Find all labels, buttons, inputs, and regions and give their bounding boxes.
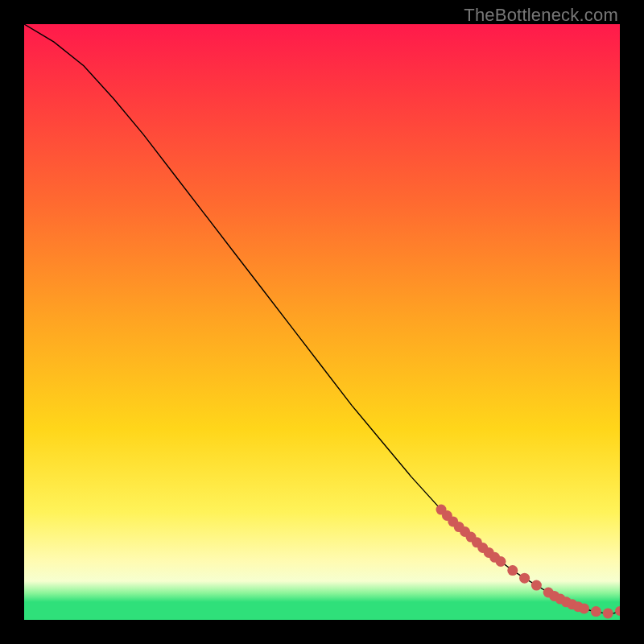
data-marker [507, 565, 518, 576]
data-marker [615, 606, 620, 616]
watermark-text: TheBottleneck.com [464, 5, 618, 26]
chart-plot-area [24, 24, 620, 620]
data-markers [436, 505, 621, 619]
data-marker [519, 573, 530, 584]
bottleneck-curve [24, 24, 620, 613]
data-marker [531, 580, 542, 591]
data-marker [591, 606, 601, 617]
data-marker [496, 556, 506, 567]
chart-frame: TheBottleneck.com [0, 0, 644, 644]
data-marker [603, 608, 613, 618]
chart-overlay [24, 24, 620, 620]
data-marker [579, 603, 589, 613]
